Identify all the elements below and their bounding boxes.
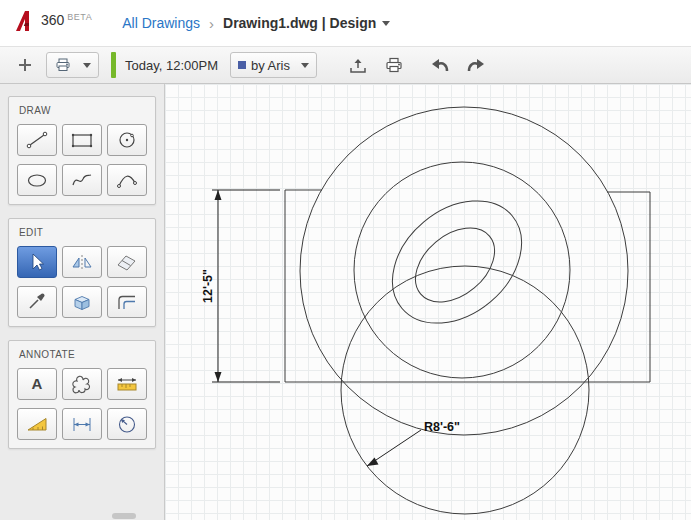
ellipse-icon	[24, 170, 50, 190]
draw-panel-title: DRAW	[19, 105, 147, 116]
autocad-logo-icon	[14, 10, 38, 36]
redo-icon	[465, 56, 487, 74]
print-button[interactable]	[379, 51, 409, 79]
tool-sidebar: DRAW	[0, 84, 165, 520]
workspace: DRAW	[0, 84, 691, 520]
undo-button[interactable]	[425, 51, 455, 79]
offset-icon	[114, 292, 140, 312]
radius-dimension-icon	[114, 414, 140, 434]
select-tool-button[interactable]	[17, 246, 57, 278]
breadcrumb: All Drawings › Drawing1.dwg | Design	[122, 15, 390, 32]
inner-ellipse	[401, 213, 509, 317]
brand-text: 360	[41, 12, 64, 28]
drawing-canvas[interactable]: 12'-5" R8'-6"	[165, 84, 691, 520]
linear-dimension-icon	[114, 374, 140, 394]
breadcrumb-separator: ›	[209, 15, 214, 32]
aligned-dimension-tool-button[interactable]	[62, 408, 102, 440]
text-tool-button[interactable]: A	[17, 368, 57, 400]
mirror-tool-button[interactable]	[62, 246, 102, 278]
eyedropper-icon	[24, 292, 50, 312]
app-header: 360 BETA All Drawings › Drawing1.dwg | D…	[0, 0, 691, 46]
aligned-dimension-icon	[69, 414, 95, 434]
timeline-label: Today, 12:00PM	[125, 58, 218, 73]
chevron-down-icon	[301, 63, 309, 68]
revision-cloud-icon	[69, 374, 95, 394]
move-3d-tool-button[interactable]	[62, 286, 102, 318]
edit-panel-title: EDIT	[19, 227, 147, 238]
arc-icon	[114, 170, 140, 190]
vertical-dimension[interactable]	[212, 190, 280, 382]
rectangle-icon	[69, 130, 95, 150]
radius-dimension-label[interactable]: R8'-6"	[424, 420, 460, 434]
offset-tool-button[interactable]	[107, 286, 147, 318]
undo-icon	[429, 56, 451, 74]
cad-drawing[interactable]	[165, 84, 691, 520]
draw-panel: DRAW	[8, 96, 156, 205]
angular-dimension-tool-button[interactable]	[17, 408, 57, 440]
revision-cloud-tool-button[interactable]	[62, 368, 102, 400]
bottom-circle	[341, 266, 589, 514]
rectangle-tool-button[interactable]	[62, 124, 102, 156]
inner-ring-circle	[354, 162, 570, 378]
printer-icon	[54, 58, 72, 72]
author-dropdown[interactable]: by Aris	[230, 52, 317, 78]
horizontal-scrollbar-thumb[interactable]	[112, 513, 136, 519]
arc-tool-button[interactable]	[107, 164, 147, 196]
radius-dimension-tool-button[interactable]	[107, 408, 147, 440]
chevron-down-icon	[83, 63, 91, 68]
plot-settings-dropdown[interactable]	[46, 52, 99, 78]
spline-icon	[69, 170, 95, 190]
chevron-down-icon	[382, 21, 390, 26]
erase-tool-button[interactable]	[107, 246, 147, 278]
outer-flange-circle	[300, 107, 628, 435]
timeline-indicator	[111, 52, 116, 78]
circle-icon	[114, 130, 140, 150]
eraser-icon	[114, 252, 140, 272]
breadcrumb-all-drawings-link[interactable]: All Drawings	[122, 15, 200, 31]
main-toolbar: Today, 12:00PM by Aris	[0, 46, 691, 84]
select-arrow-icon	[24, 252, 50, 272]
upload-icon	[348, 57, 368, 74]
document-title-dropdown[interactable]: Drawing1.dwg | Design	[223, 15, 390, 31]
ellipse-tool-button[interactable]	[17, 164, 57, 196]
radius-dimension-leader[interactable]	[367, 430, 421, 466]
annotate-panel-title: ANNOTATE	[19, 349, 147, 360]
line-tool-button[interactable]	[17, 124, 57, 156]
line-icon	[24, 130, 50, 150]
author-color-swatch	[238, 61, 246, 69]
eyedropper-tool-button[interactable]	[17, 286, 57, 318]
redo-button[interactable]	[461, 51, 491, 79]
spline-tool-button[interactable]	[62, 164, 102, 196]
svg-text:A: A	[32, 375, 43, 392]
add-button[interactable]	[10, 51, 40, 79]
author-label: by Aris	[251, 58, 290, 73]
text-icon: A	[24, 374, 50, 394]
mirror-icon	[69, 252, 95, 272]
vertical-dimension-label[interactable]: 12'-5"	[201, 269, 215, 303]
edit-panel: EDIT	[8, 218, 156, 327]
print-icon	[384, 57, 404, 73]
circle-tool-button[interactable]	[107, 124, 147, 156]
angular-dimension-icon	[24, 414, 50, 434]
annotate-panel: ANNOTATE A	[8, 340, 156, 449]
cube-3d-icon	[69, 292, 95, 312]
upload-button[interactable]	[343, 51, 373, 79]
outer-ellipse	[368, 176, 545, 348]
document-title: Drawing1.dwg | Design	[223, 15, 376, 31]
plus-icon	[17, 57, 33, 73]
linear-dimension-tool-button[interactable]	[107, 368, 147, 400]
beta-badge: BETA	[67, 12, 92, 22]
